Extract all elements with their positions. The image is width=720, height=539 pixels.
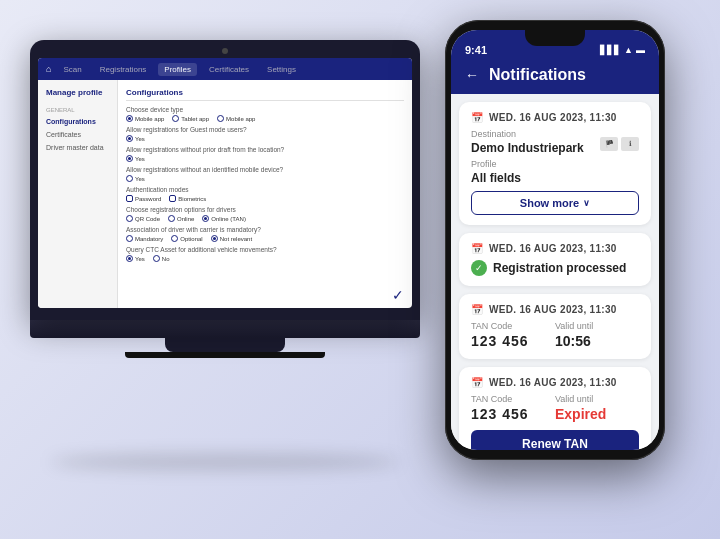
tan-valid-value: 10:56 bbox=[555, 333, 639, 349]
app-nav: ⌂ Scan Registrations Profiles Certificat… bbox=[38, 58, 412, 80]
sidebar-title: Manage profile bbox=[38, 88, 117, 103]
radio-mobile-app[interactable]: Mobile app bbox=[126, 115, 164, 122]
sidebar-item-certificates[interactable]: Certificates bbox=[38, 128, 117, 141]
calendar-icon-4: 📅 bbox=[471, 377, 483, 388]
app-body: Manage profile General Configurations Ce… bbox=[38, 80, 412, 308]
config-label-draft: Allow registrations without prior draft … bbox=[126, 146, 404, 153]
destination-info: Destination Demo Industriepark bbox=[471, 129, 584, 159]
info-icon: ℹ bbox=[621, 137, 639, 151]
laptop-screen-outer: ⌂ Scan Registrations Profiles Certificat… bbox=[30, 40, 420, 320]
tab-certificates[interactable]: Certificates bbox=[203, 63, 255, 76]
phone-header-title: Notifications bbox=[489, 66, 586, 84]
radio-dot-yes-mobile bbox=[126, 175, 133, 182]
radio-mobile-app2[interactable]: Mobile app bbox=[217, 115, 255, 122]
radio-dot-yes-ctc bbox=[126, 255, 133, 262]
show-more-button[interactable]: Show more ∨ bbox=[471, 191, 639, 215]
config-title: Configurations bbox=[126, 88, 404, 101]
radio-tablet-app[interactable]: Tablet app bbox=[172, 115, 209, 122]
notification-card-registration: 📅 WED. 16 AUG 2023, 11:30 ✓ Registration… bbox=[459, 233, 651, 286]
notif-date-4: 📅 WED. 16 AUG 2023, 11:30 bbox=[471, 377, 639, 388]
chevron-down-icon: ∨ bbox=[583, 198, 590, 208]
wifi-icon: ▲ bbox=[624, 45, 633, 55]
radio-online-tan[interactable]: Online (TAN) bbox=[202, 215, 246, 222]
radio-not-relevant[interactable]: Not relevant bbox=[211, 235, 252, 242]
reg-status-text: Registration processed bbox=[493, 261, 626, 275]
calendar-icon-3: 📅 bbox=[471, 304, 483, 315]
notif-date-1: 📅 WED. 16 AUG 2023, 11:30 bbox=[471, 112, 639, 123]
app-main: Configurations Choose device type Mobile… bbox=[118, 80, 412, 308]
radio-dot-tablet bbox=[172, 115, 179, 122]
notif-date-text-3: WED. 16 AUG 2023, 11:30 bbox=[489, 304, 617, 315]
radio-mandatory[interactable]: Mandatory bbox=[126, 235, 163, 242]
checkbox-biometrics[interactable]: Biometrics bbox=[169, 195, 206, 202]
status-icons: ▋▋▋ ▲ ▬ bbox=[600, 45, 645, 55]
config-label-carrier: Association of driver with carrier is ma… bbox=[126, 226, 404, 233]
phone-content: 📅 WED. 16 AUG 2023, 11:30 Destination De… bbox=[451, 94, 659, 450]
laptop-screen: ⌂ Scan Registrations Profiles Certificat… bbox=[38, 58, 412, 308]
notif-date-2: 📅 WED. 16 AUG 2023, 11:30 bbox=[471, 243, 639, 254]
config-label-mobile: Allow registrations without an identifie… bbox=[126, 166, 404, 173]
config-label-guest: Allow registrations for Guest mode users… bbox=[126, 126, 404, 133]
back-button[interactable]: ← bbox=[465, 67, 479, 83]
sidebar-item-configurations[interactable]: Configurations bbox=[38, 115, 117, 128]
radio-qr[interactable]: QR Code bbox=[126, 215, 160, 222]
app-footer: ✓ bbox=[392, 286, 404, 304]
phone-notch bbox=[525, 30, 585, 46]
radio-online[interactable]: Online bbox=[168, 215, 194, 222]
tan-code-value-exp: 123 456 bbox=[471, 406, 555, 422]
battery-icon: ▬ bbox=[636, 45, 645, 55]
radio-dot-mobile2 bbox=[217, 115, 224, 122]
auth-group: Password Biometrics bbox=[126, 195, 404, 202]
radio-dot-yes-guest bbox=[126, 135, 133, 142]
guest-mode-group: Yes bbox=[126, 135, 404, 142]
check-circle-icon: ✓ bbox=[471, 260, 487, 276]
radio-yes-draft[interactable]: Yes bbox=[126, 155, 145, 162]
radio-no-ctc[interactable]: No bbox=[153, 255, 170, 262]
tan-code-value: 123 456 bbox=[471, 333, 555, 349]
radio-dot-online bbox=[168, 215, 175, 222]
tan-code-label-exp: TAN Code bbox=[471, 394, 555, 404]
tab-profiles[interactable]: Profiles bbox=[158, 63, 197, 76]
app-sidebar: Manage profile General Configurations Ce… bbox=[38, 80, 118, 308]
checkbox-password[interactable]: Password bbox=[126, 195, 161, 202]
tab-settings[interactable]: Settings bbox=[261, 63, 302, 76]
phone-screen: 9:41 ▋▋▋ ▲ ▬ ← Notifications 📅 WED. 16 bbox=[451, 30, 659, 450]
config-label-ctc: Query CTC Asset for additional vehicle m… bbox=[126, 246, 404, 253]
tab-registrations[interactable]: Registrations bbox=[94, 63, 153, 76]
radio-dot-mandatory bbox=[126, 235, 133, 242]
signal-icon: ▋▋▋ bbox=[600, 45, 621, 55]
profile-label: Profile bbox=[471, 159, 639, 169]
checkbox-box-biometrics bbox=[169, 195, 176, 202]
draft-group: Yes bbox=[126, 155, 404, 162]
renew-tan-button[interactable]: Renew TAN bbox=[471, 430, 639, 450]
tan-row-valid: TAN Code 123 456 Valid until 10:56 bbox=[471, 321, 639, 349]
device-type-group: Mobile app Tablet app Mobile app bbox=[126, 115, 404, 122]
laptop-shadow bbox=[50, 454, 400, 470]
home-icon: ⌂ bbox=[46, 64, 51, 74]
config-label-regopts: Choose registration options for drivers bbox=[126, 206, 404, 213]
radio-yes-mobile[interactable]: Yes bbox=[126, 175, 145, 182]
notif-date-text-2: WED. 16 AUG 2023, 11:30 bbox=[489, 243, 617, 254]
sidebar-section-general: General bbox=[38, 103, 117, 115]
notification-card-destination: 📅 WED. 16 AUG 2023, 11:30 Destination De… bbox=[459, 102, 651, 225]
carrier-group: Mandatory Optional Not relevant bbox=[126, 235, 404, 242]
tab-scan[interactable]: Scan bbox=[57, 63, 87, 76]
destination-value: Demo Industriepark bbox=[471, 141, 584, 155]
radio-optional[interactable]: Optional bbox=[171, 235, 202, 242]
tan-expired-value: Expired bbox=[555, 406, 639, 422]
radio-yes-guest[interactable]: Yes bbox=[126, 135, 145, 142]
notif-date-3: 📅 WED. 16 AUG 2023, 11:30 bbox=[471, 304, 639, 315]
destination-label: Destination bbox=[471, 129, 584, 139]
laptop-base bbox=[30, 320, 420, 338]
notif-date-text-1: WED. 16 AUG 2023, 11:30 bbox=[489, 112, 617, 123]
config-label-auth: Authentication modes bbox=[126, 186, 404, 193]
radio-dot-yes-draft bbox=[126, 155, 133, 162]
checkbox-box-password bbox=[126, 195, 133, 202]
checkmark-icon: ✓ bbox=[392, 287, 404, 303]
laptop-camera bbox=[222, 48, 228, 54]
status-time: 9:41 bbox=[465, 44, 487, 56]
radio-dot-optional bbox=[171, 235, 178, 242]
sidebar-item-driver[interactable]: Driver master data bbox=[38, 141, 117, 154]
radio-yes-ctc[interactable]: Yes bbox=[126, 255, 145, 262]
radio-dot-qr bbox=[126, 215, 133, 222]
